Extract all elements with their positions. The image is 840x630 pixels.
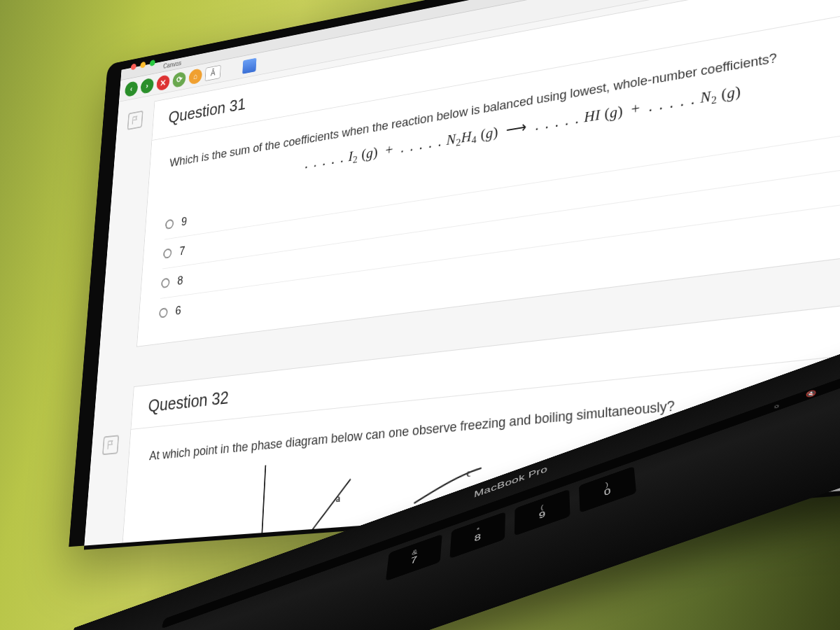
font-indicator[interactable]: Ā: [205, 64, 221, 80]
stop-button[interactable]: ✕: [156, 74, 170, 91]
refresh-button[interactable]: ⟳: [172, 71, 186, 88]
radio-icon: [165, 219, 174, 230]
home-button[interactable]: ⌂: [188, 68, 202, 85]
mute-icon[interactable]: 🔇: [805, 388, 818, 398]
radio-icon: [163, 248, 172, 259]
flag-question-32[interactable]: [102, 435, 119, 455]
maximize-window-dot[interactable]: [150, 59, 155, 66]
app-icon[interactable]: [242, 57, 256, 74]
close-window-dot[interactable]: [131, 63, 136, 70]
option-label: 9: [181, 215, 187, 229]
window-title: Canvas: [163, 59, 182, 70]
brightness-icon[interactable]: ☼: [772, 402, 781, 411]
option-label: 6: [175, 304, 181, 318]
option-label: 8: [177, 274, 183, 288]
option-label: 7: [179, 244, 186, 258]
back-button[interactable]: ‹: [125, 80, 139, 97]
forward-button[interactable]: ›: [140, 77, 154, 94]
phase-label-a: a: [336, 493, 341, 505]
phase-label-c: c: [466, 468, 470, 480]
minimize-window-dot[interactable]: [140, 62, 146, 69]
radio-icon: [159, 307, 168, 318]
radio-icon: [161, 278, 170, 289]
